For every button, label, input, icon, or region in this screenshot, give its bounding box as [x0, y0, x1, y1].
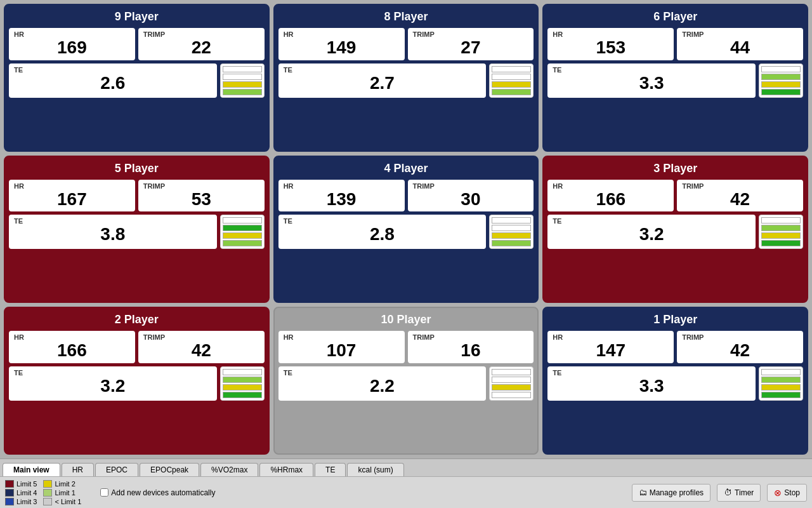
- player-card-2[interactable]: 2 PlayerHR166TRIMP42TE3.2: [4, 307, 270, 455]
- te-bar-8-1: [492, 74, 531, 80]
- te-value-5: 3.8: [14, 225, 212, 244]
- player-title-1: 1 Player: [547, 312, 803, 328]
- legend-swatch-dark-blue: [5, 489, 14, 497]
- legend-swatch-yellow-s: [43, 480, 52, 488]
- te-bar-9-1: [223, 74, 262, 80]
- trimp-box-1: TRIMP42: [677, 331, 803, 363]
- trimp-box-2: TRIMP42: [138, 331, 265, 363]
- player-title-5: 5 Player: [9, 161, 265, 177]
- te-box-5: TE3.8: [9, 215, 217, 249]
- te-value-8: 2.7: [284, 74, 481, 93]
- player-title-3: 3 Player: [547, 161, 803, 177]
- hr-value-4: 139: [284, 190, 400, 210]
- hr-value-2: 166: [14, 341, 130, 361]
- te-bar-2-2: [223, 384, 262, 391]
- auto-add-checkbox[interactable]: [100, 488, 108, 497]
- trimp-label-5: TRIMP: [143, 182, 259, 190]
- tab-%vo2max[interactable]: %VO2max: [200, 463, 258, 476]
- te-bar-6-1: [761, 74, 801, 80]
- player-card-9[interactable]: 9 PlayerHR169TRIMP22TE2.6: [4, 4, 270, 152]
- te-row-4: TE2.8: [278, 215, 534, 249]
- player-title-6: 6 Player: [547, 9, 803, 25]
- manage-profiles-button[interactable]: 🗂 Manage profiles: [632, 484, 710, 502]
- legend-item-limit-5: Limit 5: [5, 480, 37, 488]
- trimp-box-9: TRIMP22: [138, 28, 265, 60]
- te-bar-3-2: [761, 232, 801, 239]
- trimp-value-2: 42: [143, 341, 259, 361]
- te-row-9: TE2.6: [9, 64, 265, 98]
- te-value-2: 3.2: [14, 377, 212, 396]
- te-bar-5-3: [223, 240, 262, 246]
- hr-box-10: HR107: [278, 331, 405, 363]
- te-bars-6: [759, 64, 803, 98]
- metrics-row-10: HR107TRIMP16: [278, 331, 534, 363]
- player-card-10[interactable]: 10 PlayerHR107TRIMP16TE2.2: [273, 307, 539, 455]
- tab-main-view[interactable]: Main view: [3, 463, 60, 476]
- tab-epocpeak[interactable]: EPOCpeak: [140, 463, 199, 476]
- hr-value-9: 169: [14, 38, 130, 58]
- hr-box-9: HR169: [9, 28, 135, 60]
- metrics-row-1: HR147TRIMP42: [547, 331, 803, 363]
- te-bar-6-3: [761, 89, 801, 95]
- te-bar-9-0: [223, 66, 262, 72]
- hr-value-10: 107: [284, 341, 400, 361]
- hr-value-5: 167: [14, 190, 130, 210]
- metrics-row-8: HR149TRIMP27: [278, 28, 534, 60]
- hr-value-8: 149: [284, 38, 400, 58]
- legend-swatch-light-green: [43, 489, 52, 497]
- te-box-3: TE3.2: [547, 215, 756, 249]
- te-bar-1-3: [761, 392, 801, 398]
- te-bars-8: [489, 64, 534, 98]
- checkbox-area[interactable]: Add new devices automatically: [100, 488, 215, 497]
- player-title-4: 4 Player: [278, 161, 534, 177]
- te-bars-4: [489, 215, 534, 249]
- player-card-1[interactable]: 1 PlayerHR147TRIMP42TE3.3: [542, 307, 808, 455]
- te-bar-8-0: [492, 66, 531, 72]
- te-bar-2-1: [223, 377, 262, 383]
- trimp-label-3: TRIMP: [682, 182, 798, 190]
- hr-value-3: 166: [553, 190, 669, 210]
- te-bar-4-0: [492, 217, 531, 224]
- te-row-6: TE3.3: [547, 64, 803, 98]
- tab-epoc[interactable]: EPOC: [95, 463, 138, 476]
- timer-button[interactable]: ⏱ Timer: [717, 484, 761, 502]
- player-title-10: 10 Player: [278, 312, 534, 328]
- te-bar-10-0: [492, 369, 531, 375]
- te-label-6: TE: [553, 66, 750, 74]
- stop-button[interactable]: ⊗ Stop: [767, 484, 807, 502]
- te-box-4: TE2.8: [278, 215, 487, 249]
- player-card-5[interactable]: 5 PlayerHR167TRIMP53TE3.8: [4, 156, 270, 304]
- tab-te[interactable]: TE: [315, 463, 346, 476]
- player-card-4[interactable]: 4 PlayerHR139TRIMP30TE2.8: [273, 156, 539, 304]
- player-card-6[interactable]: 6 PlayerHR153TRIMP44TE3.3: [542, 4, 808, 152]
- legend-item-limit-3: Limit 3: [5, 498, 37, 505]
- player-title-9: 9 Player: [9, 9, 265, 25]
- te-bars-1: [759, 366, 803, 401]
- te-box-2: TE3.2: [9, 366, 217, 401]
- te-box-6: TE3.3: [547, 64, 756, 98]
- te-bar-10-1: [492, 377, 531, 383]
- tab-kcal-(sum)[interactable]: kcal (sum): [347, 463, 403, 476]
- tab-hr[interactable]: HR: [62, 463, 94, 476]
- trimp-box-6: TRIMP44: [677, 28, 803, 60]
- hr-label-5: HR: [14, 182, 130, 190]
- timer-icon: ⏱: [724, 488, 732, 497]
- hr-label-3: HR: [553, 182, 669, 190]
- trimp-value-4: 30: [413, 190, 529, 210]
- tab-%hrmax[interactable]: %HRmax: [259, 463, 313, 476]
- te-bars-5: [220, 215, 265, 249]
- player-card-3[interactable]: 3 PlayerHR166TRIMP42TE3.2: [542, 156, 808, 304]
- te-bar-4-3: [492, 240, 531, 246]
- te-bar-9-2: [223, 81, 262, 88]
- te-bars-2: [220, 366, 265, 401]
- metrics-row-5: HR167TRIMP53: [9, 180, 265, 212]
- player-card-8[interactable]: 8 PlayerHR149TRIMP27TE2.7: [273, 4, 539, 152]
- hr-box-8: HR149: [278, 28, 405, 60]
- trimp-value-6: 44: [682, 38, 798, 58]
- te-bar-2-3: [223, 392, 262, 398]
- te-bar-5-0: [223, 217, 262, 224]
- hr-box-1: HR147: [547, 331, 674, 363]
- manage-profiles-label: Manage profiles: [650, 488, 704, 497]
- te-row-2: TE3.2: [9, 366, 265, 401]
- te-value-10: 2.2: [284, 377, 481, 396]
